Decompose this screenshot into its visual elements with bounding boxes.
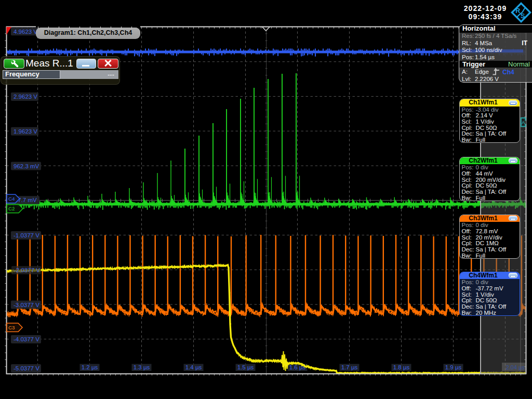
svg-text:-1.0377 V: -1.0377 V: [14, 232, 39, 238]
svg-text:1.8 µs: 1.8 µs: [393, 364, 410, 370]
svg-text:962.3 mV: 962.3 mV: [14, 163, 39, 169]
svg-text:2.9623 V: 2.9623 V: [14, 94, 37, 100]
svg-text:C4: C4: [8, 196, 15, 202]
svg-text:1.9623 V: 1.9623 V: [14, 128, 37, 135]
svg-text:-3.0377 V: -3.0377 V: [14, 302, 39, 308]
svg-text:C2: C2: [8, 206, 15, 211]
svg-text:-4.0377 V: -4.0377 V: [14, 336, 39, 342]
svg-text:R: R: [515, 7, 520, 15]
svg-text:1.7 µs: 1.7 µs: [341, 364, 358, 370]
svg-text:1.3 µs: 1.3 µs: [134, 364, 150, 370]
svg-text:-5.0377 V: -5.0377 V: [14, 365, 39, 371]
svg-text:2.04 µs: 2.04 µs: [506, 364, 525, 370]
svg-text:1.5 µs: 1.5 µs: [237, 364, 254, 370]
svg-text:-2.0377 V: -2.0377 V: [14, 267, 40, 273]
svg-text:C3: C3: [8, 325, 15, 330]
svg-text:A: A: [522, 120, 525, 125]
svg-text:S: S: [521, 12, 525, 20]
svg-text:4.9623 V: 4.9623 V: [14, 29, 37, 35]
svg-text:1.9 µs: 1.9 µs: [445, 364, 462, 370]
svg-text:1.2 µs: 1.2 µs: [82, 364, 98, 370]
svg-text:1.4 µs: 1.4 µs: [185, 364, 202, 370]
